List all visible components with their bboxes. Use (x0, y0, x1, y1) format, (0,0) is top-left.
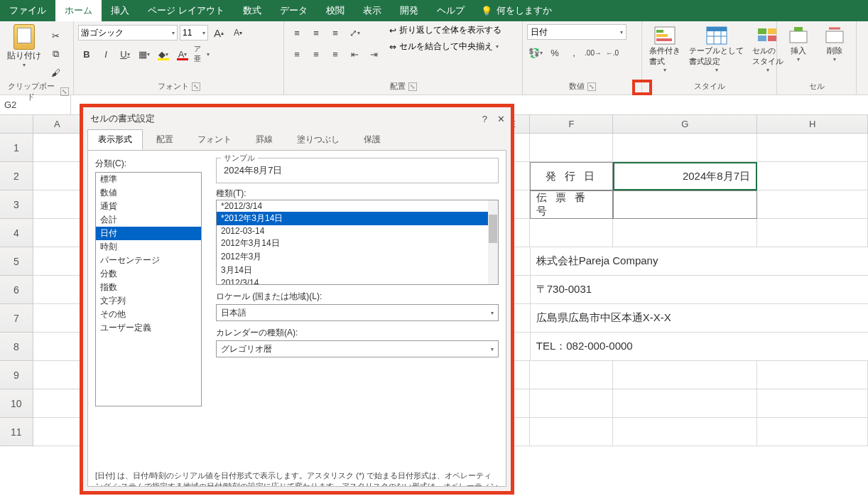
category-item[interactable]: その他 (96, 308, 201, 321)
phonetic-button[interactable]: ア亜▾ (193, 45, 210, 63)
row-header[interactable]: 8 (0, 333, 33, 361)
dialog-tab-protection[interactable]: 保護 (353, 129, 391, 150)
font-size-select[interactable]: 11▾ (180, 25, 208, 41)
align-launcher[interactable]: ⤡ (408, 82, 417, 91)
font-color-button[interactable]: A▾ (174, 45, 191, 63)
cell[interactable] (530, 361, 613, 389)
number-launcher[interactable]: ⤡ (587, 82, 596, 91)
tab-data[interactable]: データ (271, 0, 317, 21)
merge-center-button[interactable]: ⇔セルを結合して中央揃え▾ (389, 41, 501, 53)
cell[interactable] (33, 333, 82, 361)
category-item[interactable]: 分数 (96, 267, 201, 281)
delete-cells-button[interactable]: 削除▾ (820, 24, 849, 64)
copy-button[interactable] (47, 45, 64, 63)
format-painter-button[interactable] (47, 64, 64, 81)
row-header[interactable]: 4 (0, 219, 33, 247)
cell[interactable] (757, 162, 868, 190)
row-header[interactable]: 10 (0, 389, 33, 418)
type-item[interactable]: 2012年3月14日 (217, 237, 498, 250)
category-item[interactable]: 数値 (96, 186, 201, 200)
align-center-button[interactable]: ≡ (308, 45, 325, 63)
decrease-font-button[interactable]: A▾ (229, 24, 246, 41)
tab-dev[interactable]: 開発 (391, 0, 428, 21)
cell-F6[interactable]: 〒730-0031 (531, 276, 868, 304)
cell[interactable] (33, 219, 82, 247)
row-header[interactable]: 9 (0, 361, 33, 389)
cell[interactable] (33, 134, 82, 162)
align-right-button[interactable]: ≡ (327, 45, 344, 63)
align-bottom-button[interactable]: ≡ (327, 24, 344, 41)
row-header[interactable]: 3 (0, 190, 33, 219)
cell[interactable] (530, 418, 613, 446)
category-item[interactable]: 標準 (96, 173, 201, 186)
orientation-button[interactable]: ⤢▾ (346, 24, 363, 41)
paste-button[interactable]: 貼り付け ▾ (4, 24, 44, 70)
cell[interactable] (613, 219, 757, 247)
font-launcher[interactable]: ⤡ (192, 82, 200, 91)
cell[interactable] (530, 219, 613, 247)
cell[interactable] (757, 134, 868, 162)
number-format-select[interactable]: 日付▾ (527, 24, 626, 40)
type-item[interactable]: 2012/3/14 (217, 277, 498, 285)
increase-font-button[interactable]: A▴ (210, 24, 227, 41)
col-header-H[interactable]: H (757, 115, 868, 134)
cell-G2-active[interactable]: 2024年8月7日 (613, 162, 757, 190)
decrease-indent-button[interactable]: ⇤ (346, 45, 363, 63)
scrollbar-thumb[interactable] (489, 215, 497, 243)
cell[interactable] (33, 418, 82, 446)
tab-help[interactable]: ヘルプ (428, 0, 474, 21)
cell[interactable] (33, 276, 82, 304)
format-as-table-button[interactable]: テーブルとして 書式設定▾ (686, 24, 747, 75)
italic-button[interactable]: I (97, 45, 114, 63)
cell[interactable] (33, 247, 82, 276)
wrap-text-button[interactable]: ↩折り返して全体を表示する (389, 24, 501, 36)
row-header[interactable]: 7 (0, 304, 33, 333)
cell[interactable] (613, 361, 757, 389)
percent-button[interactable] (546, 44, 563, 61)
cell-F5[interactable]: 株式会社Pareja Company (531, 247, 868, 276)
category-item[interactable]: 時刻 (96, 240, 201, 254)
select-all-corner[interactable] (0, 115, 33, 134)
insert-cells-button[interactable]: 挿入▾ (784, 24, 813, 64)
row-header[interactable]: 2 (0, 162, 33, 190)
category-item[interactable]: 会計 (96, 213, 201, 227)
comma-button[interactable] (565, 44, 582, 61)
col-header-A[interactable]: A (33, 115, 82, 134)
tab-pagelayout[interactable]: ページ レイアウト (139, 0, 234, 21)
category-item[interactable]: パーセンテージ (96, 254, 201, 267)
increase-decimal-button[interactable]: .00→ (585, 44, 602, 61)
cell[interactable] (613, 134, 757, 162)
type-item[interactable]: 2012-03-14 (217, 225, 498, 237)
cell-F7[interactable]: 広島県広島市中区本通X-X-X (531, 304, 868, 333)
col-header-G[interactable]: G (613, 115, 757, 134)
type-item[interactable]: 3月14日 (217, 264, 498, 277)
cell[interactable] (613, 389, 757, 418)
row-header[interactable]: 5 (0, 247, 33, 276)
dialog-tab-font[interactable]: フォント (187, 129, 242, 150)
tab-view[interactable]: 表示 (354, 0, 391, 21)
dialog-tab-border[interactable]: 罫線 (245, 129, 283, 150)
category-item[interactable]: ユーザー定義 (96, 321, 201, 335)
tab-insert[interactable]: 挿入 (102, 0, 139, 21)
cell-G3[interactable] (613, 190, 757, 219)
name-box[interactable]: G2 (0, 95, 71, 114)
category-item[interactable]: 指数 (96, 281, 201, 294)
locale-combo[interactable]: 日本語▾ (216, 304, 499, 321)
row-header[interactable]: 1 (0, 134, 33, 162)
cell-F3[interactable]: 伝 票 番 号 (530, 190, 613, 219)
tell-me-search[interactable]: 💡 何をしますか (474, 0, 559, 21)
type-item[interactable]: *2012年3月14日 (217, 212, 498, 225)
cell[interactable] (613, 418, 757, 446)
border-button[interactable]: ▦▾ (136, 45, 153, 63)
decrease-decimal-button[interactable]: ←.0 (604, 44, 621, 61)
cell[interactable] (757, 190, 868, 219)
font-name-select[interactable]: 游ゴシック▾ (78, 25, 178, 41)
align-top-button[interactable]: ≡ (288, 24, 305, 41)
cell[interactable] (33, 304, 82, 333)
underline-button[interactable]: U▾ (116, 45, 134, 63)
increase-indent-button[interactable]: ⇥ (365, 45, 382, 63)
cell[interactable] (530, 134, 613, 162)
cell[interactable] (757, 389, 868, 418)
cell[interactable] (757, 361, 868, 389)
row-header[interactable]: 11 (0, 418, 33, 446)
